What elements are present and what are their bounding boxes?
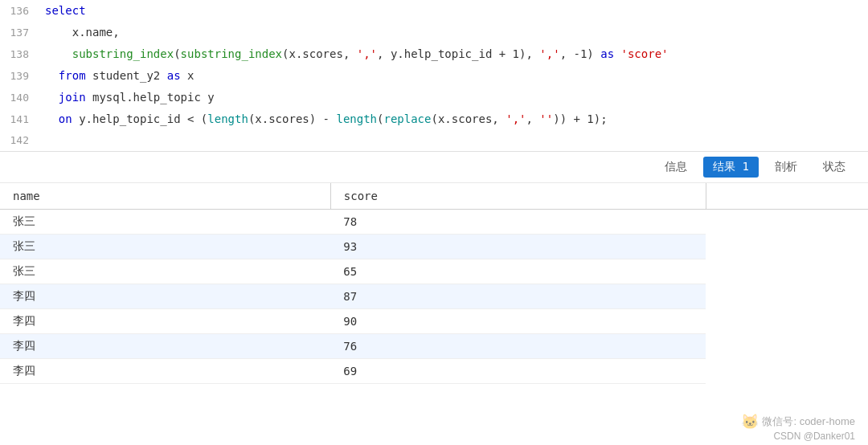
table-cell: 69: [330, 359, 706, 384]
code-line: 138 substring_index(substring_index(x.sc…: [0, 43, 868, 65]
line-number: 137: [0, 22, 42, 43]
code-token: x.name,: [45, 26, 120, 39]
line-number: 140: [0, 88, 42, 108]
tab-item[interactable]: 信息: [655, 157, 697, 178]
code-token: 'score': [621, 47, 669, 60]
line-number: 141: [0, 109, 42, 130]
code-content: x.name,: [42, 22, 868, 43]
code-line: 141 on y.help_topic_id < (length(x.score…: [0, 108, 868, 130]
main-container: 136select137 x.name,138 substring_index(…: [0, 0, 868, 445]
results-section: namescore 张三78张三93张三65李四87李四90李四76李四69: [0, 183, 868, 384]
code-token: join: [59, 91, 86, 104]
code-token: (: [174, 47, 180, 60]
code-line: 140 join mysql.help_topic y: [0, 87, 868, 108]
table-header-row: namescore: [0, 183, 868, 210]
code-token: (x.scores,: [431, 112, 506, 125]
code-token: ,: [526, 112, 540, 125]
line-number: 142: [0, 130, 42, 151]
code-content: select: [42, 0, 868, 21]
table-row: 张三78: [0, 210, 868, 235]
code-token: ',': [357, 47, 377, 60]
code-token: (x.scores,: [282, 47, 357, 60]
table-row: 李四76: [0, 334, 868, 359]
code-token: length: [207, 112, 248, 125]
table-cell: 87: [330, 284, 706, 309]
code-token: mysql.help_topic y: [86, 91, 215, 104]
code-token: x: [181, 69, 194, 82]
code-token: (x.scores) -: [248, 112, 337, 125]
code-token: from: [59, 69, 86, 82]
code-token: substring_index: [72, 47, 174, 60]
code-token: on: [59, 112, 72, 125]
table-header-cell: name: [0, 183, 330, 210]
table-row: 张三93: [0, 235, 868, 259]
code-token: '': [539, 112, 553, 125]
table-cell: 李四: [0, 309, 330, 334]
table-cell: 张三: [0, 210, 330, 235]
table-row: 李四90: [0, 309, 868, 334]
table-cell: 李四: [0, 284, 330, 309]
code-content: from student_y2 as x: [42, 65, 868, 86]
code-token: )) + 1);: [553, 112, 607, 125]
code-token: length: [336, 112, 377, 125]
code-line: 137 x.name,: [0, 22, 868, 43]
code-content: substring_index(substring_index(x.scores…: [42, 43, 868, 64]
code-editor: 136select137 x.name,138 substring_index(…: [0, 0, 868, 152]
tab-item[interactable]: 状态: [813, 157, 855, 178]
result-toolbar: 信息结果 1剖析状态: [0, 152, 868, 183]
table-cell: 78: [330, 210, 706, 235]
line-number: 138: [0, 44, 42, 65]
code-token: [45, 69, 59, 82]
table-cell: 90: [330, 309, 706, 334]
code-token: [45, 112, 59, 125]
code-token: ',': [539, 47, 559, 60]
table-row: 李四69: [0, 359, 868, 384]
tab-item[interactable]: 结果 1: [703, 157, 759, 178]
code-token: as: [600, 47, 614, 60]
table-cell: 65: [330, 259, 706, 284]
code-token: as: [167, 69, 181, 82]
results-table: namescore 张三78张三93张三65李四87李四90李四76李四69: [0, 183, 868, 384]
code-line: 139 from student_y2 as x: [0, 65, 868, 87]
table-cell: 李四: [0, 359, 330, 384]
code-content: on y.help_topic_id < (length(x.scores) -…: [42, 108, 868, 129]
tab-item[interactable]: 剖析: [765, 157, 807, 178]
code-token: student_y2: [86, 69, 167, 82]
code-content: join mysql.help_topic y: [42, 87, 868, 108]
table-cell: 张三: [0, 259, 330, 284]
table-cell: 76: [330, 334, 706, 359]
code-token: select: [45, 4, 86, 17]
code-token: [45, 47, 72, 60]
code-token: substring_index: [181, 47, 282, 60]
code-token: [45, 91, 59, 104]
table-cell: 张三: [0, 235, 330, 259]
code-line: 136select: [0, 0, 868, 22]
table-header-cell-empty: [706, 183, 868, 210]
line-number: 136: [0, 1, 42, 22]
table-cell: 李四: [0, 334, 330, 359]
watermark-text: 微信号: coder-home: [762, 414, 855, 429]
table-row: 张三65: [0, 259, 868, 284]
table-row: 李四87: [0, 284, 868, 309]
code-token: [614, 47, 620, 60]
table-header-cell: score: [330, 183, 706, 210]
code-token: , -1): [560, 47, 601, 60]
code-line: 142: [0, 130, 868, 151]
watermark: 🐱 微信号: coder-home: [741, 413, 855, 431]
code-token: ',': [506, 112, 526, 125]
code-token: replace: [383, 112, 431, 125]
code-token: y.help_topic_id < (: [72, 112, 208, 125]
code-token: , y.help_topic_id + 1),: [377, 47, 539, 60]
watermark-icon: 🐱: [741, 413, 759, 431]
table-cell: 93: [330, 235, 706, 259]
csdn-credit: CSDN @Danker01: [773, 431, 855, 442]
line-number: 139: [0, 66, 42, 87]
